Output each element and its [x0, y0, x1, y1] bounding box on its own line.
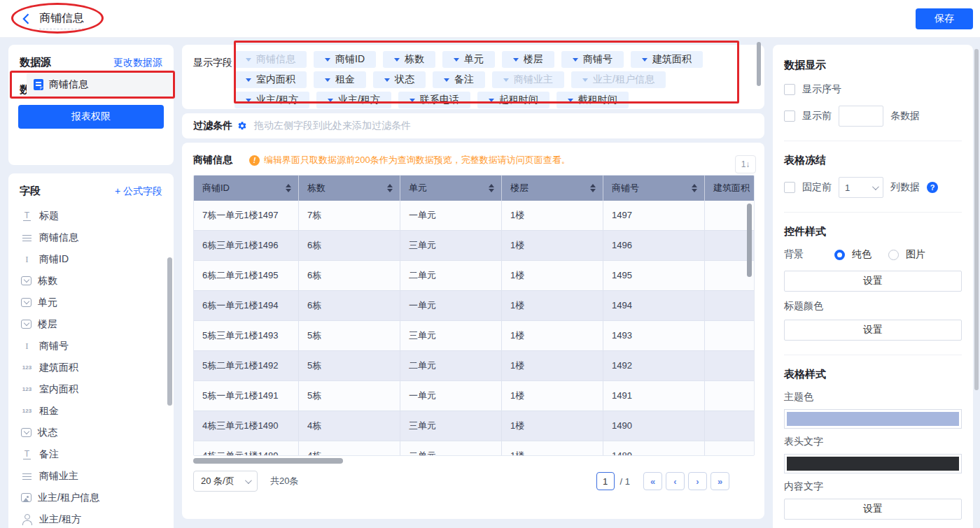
sort-up-icon — [387, 184, 393, 187]
theme-color-swatch[interactable] — [784, 409, 962, 429]
display-field-chip[interactable]: 租金 — [314, 71, 366, 88]
settings-scrollbar[interactable] — [974, 49, 979, 390]
display-field-chip[interactable]: 业主/租方 — [234, 92, 309, 108]
fields-scrollbar[interactable] — [167, 257, 172, 406]
datasource-item[interactable]: 商铺信息 — [27, 73, 172, 97]
table-header-cell[interactable]: 单元 — [400, 176, 502, 201]
help-icon[interactable]: ? — [927, 182, 938, 193]
chevron-down-icon — [503, 78, 509, 82]
title-color-set-button[interactable]: 设置 — [784, 320, 962, 341]
display-field-chip[interactable]: 商铺ID — [314, 51, 376, 68]
table-vertical-scrollbar[interactable] — [747, 204, 752, 277]
show-index-checkbox[interactable] — [784, 84, 795, 95]
gear-icon[interactable] — [237, 121, 247, 131]
field-list-item[interactable]: 栋数 — [21, 270, 168, 292]
field-list-item[interactable]: 商铺ID — [21, 248, 168, 270]
field-list-item[interactable]: 业主/租方 — [21, 508, 168, 528]
report-permission-button[interactable]: 报表权限 — [18, 105, 164, 129]
display-field-chip[interactable]: 商铺号 — [561, 51, 624, 68]
save-button[interactable]: 保存 — [916, 8, 973, 29]
chevron-down-icon — [384, 78, 390, 82]
next-page-button[interactable]: › — [688, 472, 707, 490]
formula-field-link[interactable]: + 公式字段 — [115, 185, 162, 198]
display-field-chip[interactable]: 联系电话 — [398, 92, 470, 108]
table-cell: 5栋 — [299, 321, 400, 351]
header-text-swatch[interactable] — [784, 454, 962, 473]
table-header-cell[interactable]: 楼层 — [502, 176, 603, 201]
last-page-button[interactable]: » — [710, 472, 729, 490]
solid-color-radio[interactable] — [834, 250, 845, 260]
field-list-item[interactable]: 备注 — [21, 443, 168, 465]
table-cell: 5栋 — [299, 351, 400, 381]
freeze-count-select[interactable]: 1 — [839, 177, 883, 198]
display-fields-label-text: 显示字段 — [193, 57, 232, 68]
table-header-cell[interactable]: 建筑面积 — [705, 176, 755, 201]
chevron-down-icon — [454, 58, 459, 62]
display-field-chip[interactable]: 起租时间 — [477, 92, 550, 108]
sort-up-icon — [286, 184, 291, 187]
change-datasource-link[interactable]: 更改数据源 — [113, 57, 162, 69]
field-list-item[interactable]: 状态 — [21, 422, 168, 443]
filter-bar[interactable]: 过滤条件 拖动左侧字段到此处来添加过滤条件 — [182, 113, 764, 138]
table-cell: 二单元 — [400, 351, 502, 381]
field-list-item[interactable]: 租金 — [21, 400, 168, 422]
preview-warning-text: 编辑界面只取数据源前200条作为查询数据预览，完整数据请访问页面查看。 — [264, 154, 570, 166]
sort-order-button[interactable]: 1↓ — [735, 155, 756, 173]
freeze-checkbox[interactable] — [784, 182, 795, 193]
table-cell: 三单元 — [400, 321, 502, 351]
table-header-cell[interactable]: 商铺号 — [603, 176, 705, 201]
display-field-chip[interactable]: 状态 — [373, 71, 426, 88]
back-button[interactable] — [20, 12, 34, 26]
display-field-chip[interactable]: 楼层 — [502, 51, 554, 68]
show-first-count-input[interactable] — [839, 106, 883, 127]
display-field-chip[interactable]: 截租时间 — [556, 92, 629, 108]
background-set-button[interactable]: 设置 — [784, 271, 962, 292]
field-list-item[interactable]: 楼层 — [21, 313, 168, 335]
display-field-chip[interactable]: 商铺信息 — [234, 51, 307, 68]
select-field-icon — [21, 428, 31, 437]
title-field-icon — [21, 211, 33, 222]
select-field-icon — [21, 298, 31, 307]
display-field-chip[interactable]: 业主/租方 — [316, 92, 391, 108]
show-index-label: 显示序号 — [802, 83, 841, 96]
table-cell: 三单元 — [400, 411, 502, 441]
field-list-item[interactable]: 商铺号 — [21, 335, 168, 357]
table-horizontal-scrollbar[interactable] — [193, 458, 343, 464]
first-page-button[interactable]: « — [643, 472, 662, 490]
prev-page-button[interactable]: ‹ — [666, 472, 685, 490]
table-header-cell[interactable]: 商铺ID — [194, 176, 299, 201]
chevron-down-icon — [513, 58, 519, 62]
chips-scrollbar[interactable] — [757, 42, 761, 86]
page-input[interactable]: 1 — [596, 472, 615, 490]
display-field-chip[interactable]: 室内面积 — [234, 71, 307, 88]
table-header-cell[interactable]: 栋数 — [299, 176, 400, 201]
content-text-set-button[interactable]: 设置 — [784, 499, 962, 520]
display-field-chip[interactable]: 单元 — [442, 51, 495, 68]
field-list-item[interactable]: 标题 — [21, 205, 168, 227]
display-field-chip[interactable]: 备注 — [433, 71, 485, 88]
field-list-item[interactable]: 商铺信息 — [21, 227, 168, 248]
table-cell: 三单元 — [400, 231, 502, 261]
chevron-left-icon — [20, 12, 34, 26]
image-radio[interactable] — [888, 250, 899, 260]
display-field-chip[interactable]: 业主/租户信息 — [571, 71, 666, 88]
page-size-select[interactable]: 20 条/页 — [193, 471, 258, 492]
field-list-item[interactable]: 室内面积 — [21, 378, 168, 400]
display-field-chip[interactable]: 栋数 — [383, 51, 435, 68]
table-cell — [705, 321, 755, 351]
preview-title: 商铺信息 — [193, 154, 232, 166]
field-label: 标题 — [39, 210, 59, 222]
field-list-item[interactable]: 商铺业主 — [21, 465, 168, 487]
display-field-chip[interactable]: 建筑面积 — [631, 51, 703, 68]
display-field-chip[interactable]: 商铺业主 — [492, 71, 564, 88]
field-label: 室内面积 — [39, 383, 78, 396]
field-list-item[interactable]: 单元 — [21, 292, 168, 313]
field-list-item[interactable]: 业主/租户信息 — [21, 487, 168, 508]
chip-label: 单元 — [464, 53, 484, 66]
table-cell: 1楼 — [502, 261, 603, 291]
field-list-item[interactable]: 建筑面积 — [21, 357, 168, 378]
header-text-fill — [787, 457, 959, 471]
title-field-icon — [21, 449, 33, 460]
show-first-checkbox[interactable] — [784, 110, 795, 122]
table-cell — [705, 351, 755, 381]
